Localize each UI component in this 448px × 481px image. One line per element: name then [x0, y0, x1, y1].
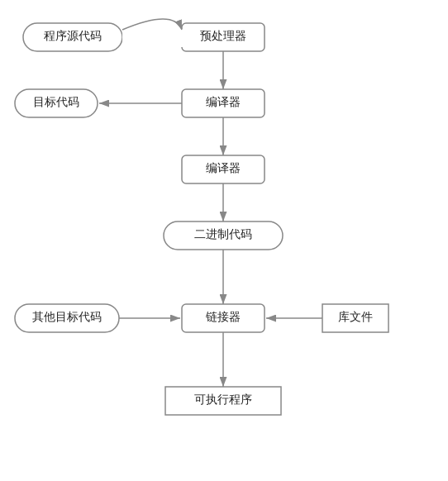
other-target-label: 其他目标代码: [32, 311, 102, 323]
compiler2-label: 编译器: [206, 162, 241, 174]
preprocessor-label: 预处理器: [200, 30, 246, 42]
source-code-label: 程序源代码: [44, 30, 102, 42]
executable-label: 可执行程序: [194, 393, 252, 406]
binary-code-label: 二进制代码: [194, 228, 252, 240]
compiler1-label: 编译器: [206, 96, 241, 108]
library-label: 库文件: [338, 311, 373, 323]
linker-label: 链接器: [205, 311, 241, 323]
target-code-label: 目标代码: [33, 96, 79, 108]
